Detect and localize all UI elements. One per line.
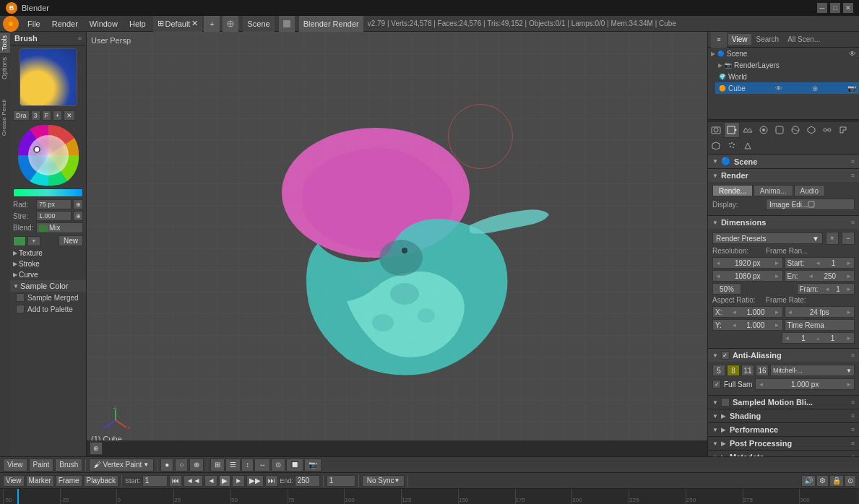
sample-merged-checkbox[interactable] [16, 293, 25, 302]
render-presets-btn[interactable]: Render Presets ▼ [712, 233, 823, 244]
workspace-selector[interactable]: ⊞ Default ✕ [153, 16, 203, 32]
outliner-item-scene[interactable]: ▶ 🔵 Scene 👁 [708, 48, 859, 59]
curve-section[interactable]: Curve [10, 269, 86, 280]
strength-btn[interactable]: ⊕ [73, 211, 83, 221]
time-field[interactable]: ◄ 1 - 1 ► [782, 332, 855, 344]
vp-btn1[interactable]: ⊞ [210, 459, 225, 472]
tl-next-frame[interactable]: ► [232, 475, 245, 487]
tl-icon1[interactable]: 🔊 [801, 475, 816, 487]
performance-header[interactable]: ▶ Performance ≡ [708, 423, 859, 436]
tl-next-keyframe[interactable]: ▶▶ [246, 475, 264, 487]
tl-prev-frame[interactable]: ◄ [204, 475, 217, 487]
pct-field[interactable]: 50% [712, 283, 741, 295]
prop-icon-scene[interactable] [772, 122, 787, 138]
prop-icon-output[interactable] [740, 122, 756, 138]
scene-eye-icon[interactable]: 👁 [849, 50, 856, 58]
cube-eye-icon[interactable]: 👁 [775, 84, 782, 92]
start-field[interactable]: Start: ◄ 1 ► [785, 257, 855, 269]
aa-num-11[interactable]: 11 [741, 365, 754, 376]
titlebar-controls[interactable]: ─ □ ✕ [817, 3, 853, 13]
shading-menu[interactable]: ≡ [851, 412, 855, 420]
vp-btn2[interactable]: ☰ [225, 459, 241, 472]
aa-method-select[interactable]: Mitchell-... ▼ [770, 365, 855, 376]
asp-y-field[interactable]: Y: ◄ 1.000 ► [712, 319, 783, 331]
tex-mode-btn[interactable]: ⊕ [189, 459, 204, 472]
prop-icon-object[interactable] [803, 122, 819, 138]
vertex-paint-mode-btn[interactable]: 🖌 Vertex Paint ▼ [89, 459, 154, 472]
prop-icon-physics[interactable] [740, 138, 756, 154]
nosync-btn[interactable]: No Sync ▼ [362, 475, 405, 487]
f-btn[interactable]: F [42, 110, 52, 121]
prop-icon-world[interactable] [787, 122, 803, 138]
timerema-field[interactable]: Time Rema [785, 319, 855, 331]
prop-icon-constraints[interactable] [819, 122, 835, 138]
menu-render[interactable]: Render [46, 16, 84, 32]
outliner-item-cube[interactable]: 🟠 Cube 👁 ⊕ 📷 [715, 82, 859, 94]
vp-btn4[interactable]: ↔ [254, 459, 270, 472]
vp-btn3[interactable]: ↕ [241, 459, 254, 472]
render-tab-audio[interactable]: Audio [794, 185, 826, 196]
vp-btn7[interactable]: 📷 [304, 459, 321, 472]
tl-icon3[interactable]: 🔒 [829, 475, 844, 487]
aa-menu[interactable]: ≡ [851, 352, 855, 359]
radius-btn[interactable]: ⊕ [73, 199, 83, 209]
end-frame-input[interactable]: 250 [295, 475, 320, 487]
prop-icon-render[interactable] [724, 122, 740, 138]
aa-checkbox[interactable] [721, 351, 730, 360]
brush-close-btn[interactable]: ✕ [64, 110, 75, 121]
meta-menu[interactable]: ≡ [851, 453, 855, 456]
frame-field[interactable]: Fram: ◄ 1 ► [797, 283, 855, 295]
brush-menu-icon[interactable]: ≡ [78, 35, 82, 42]
res-y-field[interactable]: ◄ 1080 px ► [712, 270, 783, 282]
timeline-ruler[interactable]: -50 -25 0 25 50 75 100 125 150 175 200 2… [0, 489, 859, 504]
tl-next-end[interactable]: ⏭ [265, 475, 278, 487]
close-btn[interactable]: ✕ [843, 3, 853, 13]
playhead[interactable] [17, 489, 19, 504]
outliner-item-world[interactable]: 🌍 World [715, 71, 859, 82]
sample-color-header[interactable]: ▼ Sample Color [10, 280, 86, 292]
texture-section[interactable]: Texture [10, 248, 86, 258]
cube-render-icon[interactable]: 📷 [847, 84, 856, 92]
aa-num-5[interactable]: 5 [712, 365, 725, 376]
menu-file[interactable]: File [22, 16, 46, 32]
render-tab-render[interactable]: Rende... [712, 185, 753, 196]
minimize-btn[interactable]: ─ [817, 3, 827, 13]
stroke-section[interactable]: Stroke [10, 258, 86, 269]
ruler-track[interactable]: -50 -25 0 25 50 75 100 125 150 175 200 2… [3, 489, 856, 504]
tl-icon4[interactable]: ⊙ [845, 475, 856, 487]
tl-view-btn[interactable]: View [3, 475, 25, 487]
paint-mode-btn[interactable]: Paint [29, 459, 54, 472]
tl-play[interactable]: ▶ [219, 475, 230, 487]
tl-marker-btn[interactable]: Marker [26, 475, 54, 487]
render-section-menu[interactable]: ≡ [851, 172, 855, 179]
plus-btn[interactable]: + [53, 110, 62, 121]
cube-cursor-icon[interactable]: ⊕ [812, 84, 818, 92]
tl-prev-keyframe[interactable]: ◄◄ [184, 475, 204, 487]
outliner-icon-btn[interactable]: ≡ [711, 32, 727, 48]
prop-icon-view[interactable] [756, 122, 772, 138]
scene-selector[interactable]: Scene [243, 16, 274, 32]
tl-frame-btn[interactable]: Frame [56, 475, 82, 487]
aa-header[interactable]: Anti-Aliasing ≡ [708, 349, 859, 362]
render-section-header[interactable]: Render ≡ [708, 169, 859, 182]
color-value-bar[interactable] [13, 188, 83, 197]
tl-prev-end[interactable]: ⏮ [169, 475, 182, 487]
outliner-item-renderlayers[interactable]: ▶ 📷 RenderLayers [715, 59, 859, 71]
sampled-cb[interactable] [721, 398, 730, 407]
display-value[interactable]: Image Edi... [766, 199, 855, 210]
perf-menu[interactable]: ≡ [851, 426, 855, 433]
sampled-menu[interactable]: ≡ [851, 399, 855, 406]
vp-btn6[interactable]: 🔲 [286, 459, 303, 472]
tab-all-scenes[interactable]: All Scen... [784, 34, 824, 45]
asp-x-field[interactable]: X: ◄ 1.000 ► [712, 306, 783, 318]
sampled-motion-header[interactable]: Sampled Motion Bli... ≡ [708, 396, 859, 409]
brush-num[interactable]: 3 [31, 110, 40, 121]
color-selector-dot[interactable] [34, 147, 40, 152]
full-sample-cb[interactable] [712, 380, 721, 388]
res-x-field[interactable]: ◄ 1920 px ► [712, 257, 783, 269]
brush-mode-btn[interactable]: Brush [55, 459, 82, 472]
wire-mode-btn[interactable]: ○ [175, 459, 188, 472]
presets-add-btn[interactable]: + [826, 232, 839, 245]
solid-mode-btn[interactable]: ● [160, 459, 173, 472]
add-color-btn[interactable]: + [27, 236, 40, 246]
